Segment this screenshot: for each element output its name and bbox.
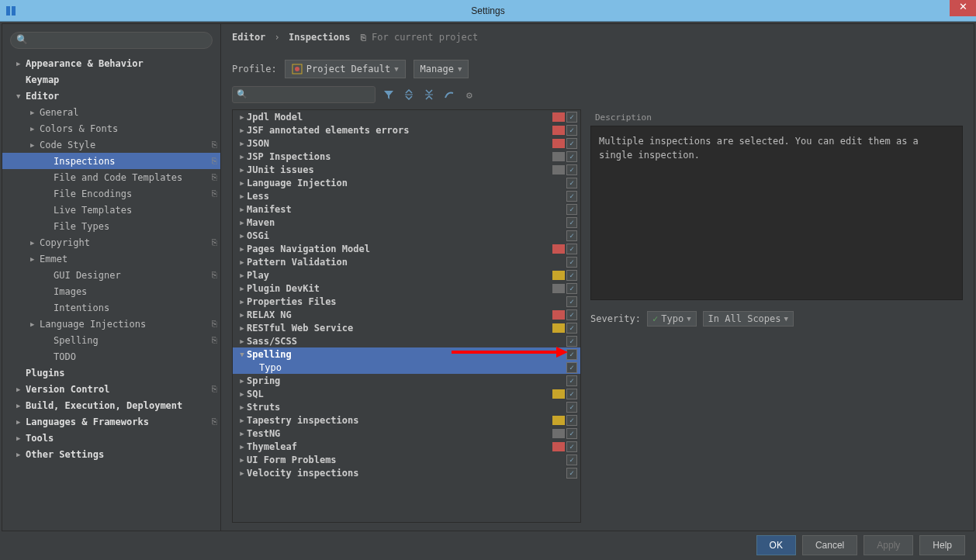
sidebar-item[interactable]: ▶Tools — [2, 430, 220, 446]
inspection-checkbox[interactable]: ✓ — [566, 349, 577, 360]
settings-search-input[interactable] — [10, 32, 213, 49]
sidebar-item[interactable]: ▶Other Settings — [2, 446, 220, 462]
sidebar-item[interactable]: ▶Colors & Fonts — [2, 120, 220, 137]
inspection-checkbox[interactable]: ✓ — [566, 336, 577, 347]
sidebar-item[interactable]: ▶Appearance & Behavior — [2, 55, 220, 71]
inspection-checkbox[interactable]: ✓ — [566, 362, 577, 373]
inspection-row[interactable]: ▶JSP Inspections✓ — [233, 150, 580, 163]
inspection-row[interactable]: ▶Pages Navigation Model✓ — [233, 242, 580, 255]
reset-icon[interactable] — [442, 88, 456, 102]
sidebar-item[interactable]: Plugins — [2, 365, 220, 381]
inspection-checkbox[interactable]: ✓ — [566, 138, 577, 149]
inspection-row[interactable]: Typo✓ — [233, 361, 580, 374]
inspection-row[interactable]: ▶Manifest✓ — [233, 202, 580, 216]
inspection-row[interactable]: ▶RELAX NG✓ — [233, 308, 580, 321]
inspection-checkbox[interactable]: ✓ — [566, 455, 577, 465]
inspection-row[interactable]: ▶Sass/SCSS✓ — [233, 334, 580, 347]
cancel-button[interactable]: Cancel — [802, 535, 857, 555]
inspection-row[interactable]: ▼Spelling✓ — [233, 347, 580, 361]
inspection-row[interactable]: ▶Properties Files✓ — [233, 295, 580, 308]
inspection-checkbox[interactable]: ✓ — [566, 164, 577, 175]
inspection-checkbox[interactable]: ✓ — [566, 244, 577, 254]
close-button[interactable]: ✕ — [950, 0, 976, 16]
scope-dropdown[interactable]: In All Scopes ▼ — [703, 311, 794, 327]
inspection-checkbox[interactable]: ✓ — [566, 389, 577, 399]
inspection-checkbox[interactable]: ✓ — [566, 428, 577, 439]
sidebar-item[interactable]: ▶Copyright⎘ — [2, 234, 220, 251]
inspection-checkbox[interactable]: ✓ — [566, 309, 577, 320]
sidebar-item[interactable]: File Encodings⎘ — [2, 185, 220, 202]
sidebar-item[interactable]: Spelling⎘ — [2, 332, 220, 348]
sidebar-item[interactable]: Intentions — [2, 299, 220, 316]
inspection-row[interactable]: ▶JUnit issues✓ — [233, 163, 580, 176]
inspection-row[interactable]: ▶Plugin DevKit✓ — [233, 282, 580, 295]
inspection-checkbox[interactable]: ✓ — [566, 151, 577, 162]
sidebar-item[interactable]: TODO — [2, 348, 220, 365]
inspection-checkbox[interactable]: ✓ — [566, 178, 577, 188]
sidebar-item[interactable]: ▶Build, Execution, Deployment — [2, 397, 220, 413]
inspection-checkbox[interactable]: ✓ — [566, 112, 577, 123]
inspection-row[interactable]: ▶Maven✓ — [233, 216, 580, 229]
inspection-checkbox[interactable]: ✓ — [566, 191, 577, 202]
apply-button[interactable]: Apply — [864, 535, 913, 555]
sidebar-item[interactable]: ▶Language Injections⎘ — [2, 316, 220, 332]
gear-icon[interactable]: ⚙ — [462, 88, 476, 102]
sidebar-item[interactable]: ▶Emmet — [2, 251, 220, 267]
collapse-all-icon[interactable] — [422, 88, 436, 102]
inspection-row[interactable]: ▶JSF annotated elements errors✓ — [233, 123, 580, 137]
sidebar-item[interactable]: ▶Languages & Frameworks⎘ — [2, 413, 220, 430]
inspection-checkbox[interactable]: ✓ — [566, 323, 577, 334]
inspection-row[interactable]: ▶JSON✓ — [233, 137, 580, 150]
inspection-checkbox[interactable]: ✓ — [566, 230, 577, 241]
inspection-row[interactable]: ▶SQL✓ — [233, 387, 580, 400]
expand-all-icon[interactable] — [402, 88, 416, 102]
inspection-row[interactable]: ▶Language Injection✓ — [233, 176, 580, 189]
inspection-row[interactable]: ▶Jpdl Model✓ — [233, 110, 580, 123]
inspections-tree[interactable]: ▶Jpdl Model✓▶JSF annotated elements erro… — [232, 109, 581, 523]
inspection-row[interactable]: ▶TestNG✓ — [233, 427, 580, 440]
sidebar-item[interactable]: Live Templates — [2, 202, 220, 218]
inspection-checkbox[interactable]: ✓ — [566, 270, 577, 281]
sidebar-item[interactable]: ▶Version Control⎘ — [2, 381, 220, 397]
inspection-row[interactable]: ▶Less✓ — [233, 189, 580, 202]
sidebar-item[interactable]: GUI Designer⎘ — [2, 267, 220, 283]
ok-button[interactable]: OK — [756, 535, 796, 555]
sidebar-item[interactable]: File Types — [2, 218, 220, 234]
inspection-checkbox[interactable]: ✓ — [566, 125, 577, 136]
inspections-search-input[interactable] — [232, 86, 376, 103]
inspection-checkbox[interactable]: ✓ — [566, 415, 577, 426]
inspection-row[interactable]: ▶OSGi✓ — [233, 229, 580, 242]
inspection-row[interactable]: ▶Play✓ — [233, 268, 580, 282]
inspection-checkbox[interactable]: ✓ — [566, 217, 577, 228]
inspection-checkbox[interactable]: ✓ — [566, 296, 577, 307]
sidebar-item[interactable]: ▶Code Style⎘ — [2, 137, 220, 153]
inspection-checkbox[interactable]: ✓ — [566, 257, 577, 268]
sidebar-item[interactable]: File and Code Templates⎘ — [2, 169, 220, 185]
inspection-checkbox[interactable]: ✓ — [566, 375, 577, 386]
inspection-checkbox[interactable]: ✓ — [566, 204, 577, 215]
sidebar-item[interactable]: ▶General — [2, 104, 220, 120]
sidebar-item[interactable]: ▼Editor — [2, 88, 220, 104]
profile-dropdown[interactable]: Project Default ▼ — [285, 60, 406, 78]
inspection-row[interactable]: ▶UI Form Problems✓ — [233, 453, 580, 466]
inspection-row[interactable]: ▶RESTful Web Service✓ — [233, 321, 580, 334]
tree-arrow-icon: ▶ — [16, 451, 26, 458]
sidebar-item[interactable]: Inspections⎘ — [2, 153, 220, 169]
inspection-checkbox[interactable]: ✓ — [566, 468, 577, 479]
inspection-checkbox[interactable]: ✓ — [566, 283, 577, 294]
sidebar-item[interactable]: Keymap — [2, 71, 220, 88]
inspection-row[interactable]: ▶Velocity inspections✓ — [233, 466, 580, 479]
help-button[interactable]: Help — [919, 535, 965, 555]
inspection-row[interactable]: ▶Struts✓ — [233, 400, 580, 413]
inspection-checkbox[interactable]: ✓ — [566, 402, 577, 413]
inspection-row[interactable]: ▶Thymeleaf✓ — [233, 440, 580, 453]
sidebar-item-label: Intentions — [54, 302, 208, 313]
inspection-checkbox[interactable]: ✓ — [566, 441, 577, 452]
inspection-row[interactable]: ▶Spring✓ — [233, 374, 580, 387]
manage-button[interactable]: Manage ▼ — [414, 60, 469, 78]
inspection-row[interactable]: ▶Tapestry inspections✓ — [233, 413, 580, 427]
sidebar-item[interactable]: Images — [2, 283, 220, 299]
filter-icon[interactable] — [382, 88, 396, 102]
severity-dropdown[interactable]: ✓ Typo ▼ — [647, 311, 697, 327]
inspection-row[interactable]: ▶Pattern Validation✓ — [233, 255, 580, 268]
